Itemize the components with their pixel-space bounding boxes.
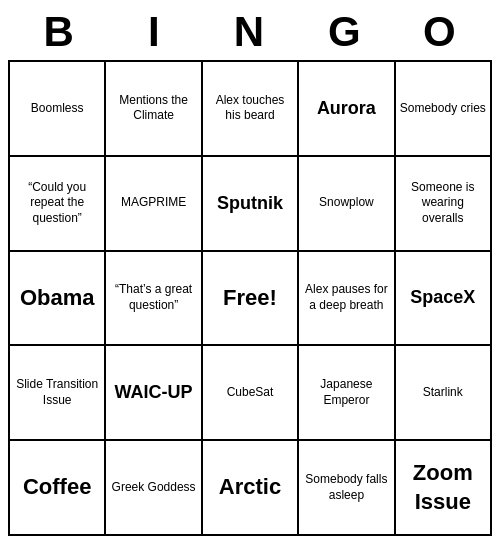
- bingo-cell-15: Slide Transition Issue: [10, 346, 106, 441]
- bingo-cell-8: Snowplow: [299, 157, 395, 252]
- bingo-cell-16: WAIC-UP: [106, 346, 202, 441]
- bingo-cell-1: Mentions the Climate: [106, 62, 202, 157]
- bingo-cell-18: Japanese Emperor: [299, 346, 395, 441]
- bingo-cell-11: “That’s a great question”: [106, 252, 202, 347]
- bingo-cell-21: Greek Goddess: [106, 441, 202, 536]
- title-i: I: [107, 8, 202, 56]
- bingo-cell-10: Obama: [10, 252, 106, 347]
- bingo-cell-23: Somebody falls asleep: [299, 441, 395, 536]
- bingo-cell-6: MAGPRIME: [106, 157, 202, 252]
- bingo-title: B I N G O: [8, 8, 492, 56]
- bingo-cell-14: SpaceX: [396, 252, 492, 347]
- bingo-cell-17: CubeSat: [203, 346, 299, 441]
- bingo-cell-4: Somebody cries: [396, 62, 492, 157]
- bingo-cell-13: Alex pauses for a deep breath: [299, 252, 395, 347]
- bingo-cell-2: Alex touches his beard: [203, 62, 299, 157]
- bingo-cell-19: Starlink: [396, 346, 492, 441]
- bingo-cell-12: Free!: [203, 252, 299, 347]
- bingo-cell-9: Someone is wearing overalls: [396, 157, 492, 252]
- title-b: B: [12, 8, 107, 56]
- bingo-cell-0: Boomless: [10, 62, 106, 157]
- bingo-cell-5: “Could you repeat the question”: [10, 157, 106, 252]
- title-n: N: [202, 8, 297, 56]
- title-o: O: [393, 8, 488, 56]
- bingo-cell-3: Aurora: [299, 62, 395, 157]
- title-g: G: [298, 8, 393, 56]
- bingo-cell-7: Sputnik: [203, 157, 299, 252]
- bingo-grid: BoomlessMentions the ClimateAlex touches…: [8, 60, 492, 536]
- bingo-cell-20: Coffee: [10, 441, 106, 536]
- bingo-cell-22: Arctic: [203, 441, 299, 536]
- bingo-cell-24: Zoom Issue: [396, 441, 492, 536]
